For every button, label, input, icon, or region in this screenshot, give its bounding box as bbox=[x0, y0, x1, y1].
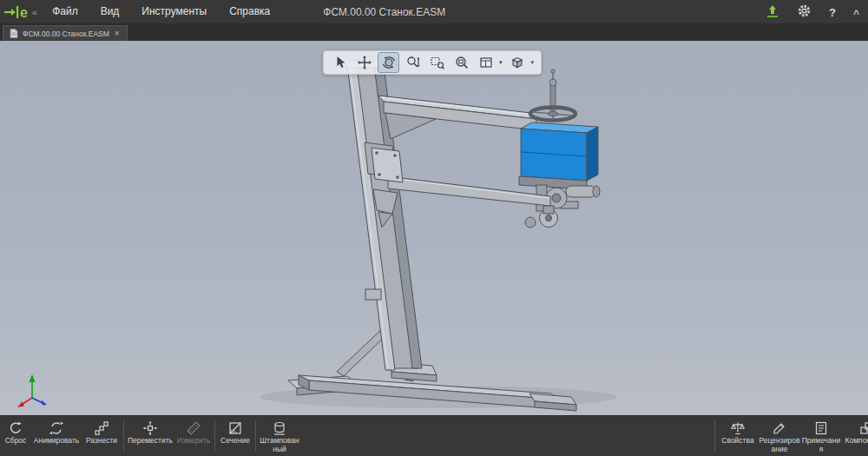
button-label: Примечания bbox=[800, 437, 842, 453]
reset-icon bbox=[8, 420, 23, 436]
help-icon[interactable]: ? bbox=[829, 6, 836, 19]
svg-text:e: e bbox=[20, 5, 28, 20]
views-icon bbox=[478, 55, 494, 70]
pan-tool-button[interactable] bbox=[353, 52, 375, 73]
tab-bar: ФСМ.00.00 Станок.EASM × bbox=[0, 24, 868, 41]
document-tab[interactable]: ФСМ.00.00 Станок.EASM × bbox=[3, 25, 128, 41]
rotate-icon bbox=[381, 55, 397, 70]
move-button[interactable]: Переместить bbox=[126, 416, 174, 456]
menu-tools[interactable]: Инструменты bbox=[130, 0, 218, 23]
button-label: Штампованный bbox=[258, 437, 301, 453]
select-tool-button[interactable] bbox=[329, 52, 351, 73]
toolbar-separator bbox=[214, 420, 215, 452]
menu-bar: e « Файл Вид Инструменты Справка ФСМ.00.… bbox=[0, 0, 868, 24]
components-button[interactable]: Компоненты bbox=[842, 416, 868, 456]
zoom-fit-tool-button[interactable] bbox=[450, 52, 472, 73]
settings-gear-icon[interactable] bbox=[797, 3, 812, 21]
rotate-tool-button[interactable] bbox=[378, 52, 399, 73]
menu-file[interactable]: Файл bbox=[41, 0, 89, 23]
explode-icon bbox=[94, 420, 109, 436]
cursor-icon bbox=[332, 55, 348, 70]
tab-label: ФСМ.00.00 Станок.EASM bbox=[23, 30, 109, 38]
orientation-triad bbox=[14, 370, 50, 408]
button-label: Сечение bbox=[220, 437, 250, 446]
button-label: Сброс bbox=[5, 437, 27, 446]
document-icon bbox=[10, 29, 18, 38]
button-label: Переместить bbox=[128, 437, 173, 446]
zoom-area-icon bbox=[430, 55, 445, 70]
button-label: Рецензирование bbox=[759, 437, 800, 453]
zoom-icon bbox=[405, 55, 421, 70]
menu-view[interactable]: Вид bbox=[89, 0, 131, 23]
model-3d[interactable] bbox=[0, 41, 868, 415]
button-label: Измерить bbox=[177, 437, 210, 446]
cube-icon bbox=[510, 55, 525, 70]
bottom-toolbar-right: Свойства Рецензирование Примечания Компо… bbox=[713, 416, 868, 456]
section-icon bbox=[227, 420, 243, 436]
markup-icon bbox=[813, 420, 829, 436]
view-toolbar: ▾ ▾ bbox=[323, 50, 542, 75]
model-viewport[interactable]: ▾ ▾ bbox=[0, 41, 868, 415]
markup-button[interactable]: Примечания bbox=[800, 416, 842, 456]
display-style-button[interactable] bbox=[507, 52, 529, 73]
button-label: Свойства bbox=[721, 437, 753, 446]
animate-button[interactable]: Анимировать bbox=[31, 416, 82, 456]
section-button[interactable]: Сечение bbox=[217, 416, 253, 456]
reset-button[interactable]: Сброс bbox=[0, 416, 31, 456]
zoom-in-out-tool-button[interactable] bbox=[402, 52, 424, 73]
measure-button: Измерить bbox=[174, 416, 213, 456]
stamped-icon bbox=[272, 420, 287, 436]
menu-collapse-chevron[interactable]: « bbox=[32, 7, 41, 17]
stamped-button[interactable]: Штампованный bbox=[258, 416, 301, 456]
measure-icon bbox=[186, 420, 201, 436]
properties-button[interactable]: Свойства bbox=[717, 416, 759, 456]
menu-help[interactable]: Справка bbox=[218, 0, 281, 23]
document-title: ФСМ.00.00 Станок.EASM bbox=[323, 6, 445, 18]
button-label: Компоненты bbox=[845, 437, 868, 446]
pan-icon bbox=[357, 55, 372, 70]
bottom-toolbar: Сброс Анимировать Разнести Переместить bbox=[0, 415, 868, 456]
review-button[interactable]: Рецензирование bbox=[759, 416, 800, 456]
tab-close-icon[interactable]: × bbox=[114, 30, 121, 38]
components-icon bbox=[858, 420, 868, 436]
view-orientation-button[interactable] bbox=[475, 52, 496, 73]
collapse-ui-icon[interactable]: ^ bbox=[853, 8, 859, 20]
toolbar-separator bbox=[123, 420, 124, 452]
move-icon bbox=[142, 420, 158, 436]
view-orientation-caret-icon[interactable]: ▾ bbox=[499, 59, 504, 66]
display-style-caret-icon[interactable]: ▾ bbox=[531, 59, 536, 66]
explode-button[interactable]: Разнести bbox=[82, 416, 122, 456]
review-icon bbox=[772, 420, 787, 436]
button-label: Анимировать bbox=[34, 437, 79, 446]
zoom-fit-icon bbox=[454, 55, 470, 70]
toolbar-separator bbox=[255, 420, 256, 452]
edrawings-logo: e bbox=[3, 3, 32, 22]
toolbar-separator bbox=[714, 420, 715, 452]
publish-icon[interactable] bbox=[766, 4, 779, 21]
button-label: Разнести bbox=[86, 437, 117, 446]
animate-icon bbox=[49, 420, 64, 436]
zoom-area-tool-button[interactable] bbox=[426, 52, 448, 73]
properties-icon bbox=[730, 420, 746, 436]
